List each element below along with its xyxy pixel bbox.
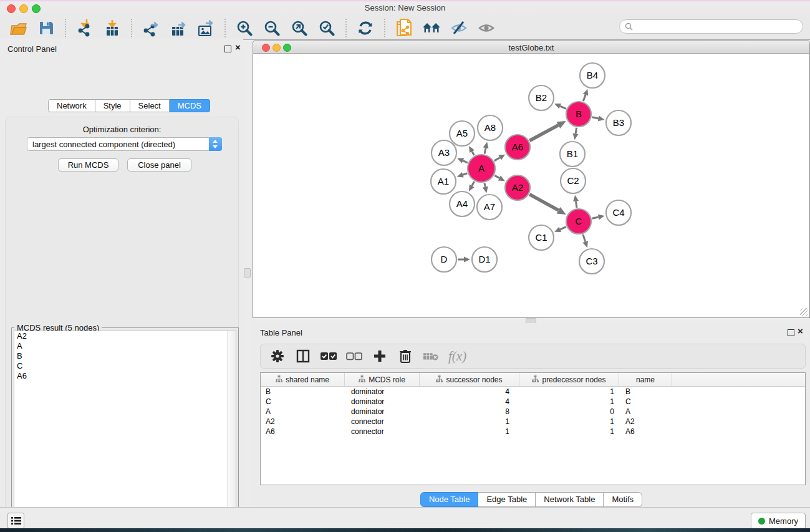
export-table-icon[interactable] — [168, 18, 188, 38]
tab-node-table[interactable]: Node Table — [420, 492, 479, 507]
table-row[interactable]: A2connector11A2 — [261, 417, 805, 427]
cell: 1 — [519, 397, 619, 406]
edge-B-B1[interactable] — [576, 128, 577, 134]
titlebar: Session: New Session — [0, 0, 810, 17]
zoom-fit-icon[interactable] — [289, 18, 309, 38]
column-header-successor-nodes[interactable]: successor nodes — [420, 373, 519, 386]
edge-A-A6[interactable] — [494, 158, 500, 161]
settings-gear-icon[interactable] — [269, 348, 286, 364]
float-table-panel-icon[interactable] — [788, 329, 794, 336]
edge-B-B2[interactable] — [560, 106, 566, 109]
unselect-all-columns-icon[interactable] — [346, 348, 362, 364]
zoom-out-icon[interactable] — [262, 18, 282, 38]
arrowhead-icon — [582, 241, 588, 248]
cell: 1 — [519, 387, 619, 396]
export-network-icon[interactable] — [141, 18, 161, 38]
refresh-layout-icon[interactable] — [355, 18, 375, 38]
tab-style[interactable]: Style — [95, 99, 130, 112]
delete-column-icon[interactable] — [397, 348, 413, 364]
edge-A-A8[interactable] — [485, 148, 486, 153]
edge-C-C3[interactable] — [583, 235, 586, 242]
mcds-result-item[interactable]: B — [14, 351, 236, 361]
node-table[interactable]: shared nameMCDS rolesuccessor nodesprede… — [260, 372, 806, 485]
edge-A2-C[interactable] — [529, 195, 558, 211]
tab-edge-table[interactable]: Edge Table — [478, 492, 536, 507]
column-header-shared-name[interactable]: shared name — [261, 373, 345, 386]
table-row[interactable]: Cdominator41C — [261, 397, 805, 407]
zoom-selected-icon[interactable] — [317, 18, 337, 38]
table-row[interactable]: A6connector11A6 — [261, 427, 805, 437]
mcds-result-item[interactable]: A2 — [14, 331, 236, 341]
mcds-result-list[interactable]: A2ABCA6 — [14, 331, 236, 532]
home-icon[interactable] — [422, 18, 441, 38]
table-row[interactable]: Adominator80A — [261, 407, 805, 417]
desktop-background — [0, 528, 810, 532]
add-column-icon[interactable] — [372, 348, 388, 364]
mcds-result-item[interactable]: A — [14, 341, 236, 351]
run-mcds-button[interactable]: Run MCDS — [58, 158, 118, 172]
tab-select[interactable]: Select — [130, 99, 170, 112]
export-image-icon[interactable] — [196, 18, 216, 38]
import-table-icon[interactable] — [102, 18, 122, 38]
status-bar: Memory — [0, 507, 810, 529]
float-panel-icon[interactable] — [224, 46, 231, 52]
split-view-icon[interactable] — [295, 348, 311, 364]
task-history-button[interactable] — [7, 513, 24, 529]
edge-A-A3[interactable] — [463, 161, 467, 163]
cell: C — [619, 397, 672, 406]
edge-B-B3[interactable] — [592, 117, 598, 118]
close-panel-button[interactable]: Close panel — [127, 158, 191, 172]
node-label-A8: A8 — [485, 122, 496, 133]
hide-details-icon[interactable] — [449, 18, 469, 38]
network-window-titlebar[interactable]: testGlobe.txt — [253, 40, 810, 54]
edge-A-A2[interactable] — [494, 175, 499, 178]
edge-A-A4[interactable] — [472, 181, 475, 186]
mcds-result-item[interactable]: C — [14, 361, 236, 371]
network-canvas[interactable]: B4B2BB3B1A5A8A6A3AA1C2A2A4A7CC4C1C3DD1 — [253, 54, 810, 318]
scrollbar[interactable] — [227, 331, 236, 532]
resize-grip-icon[interactable] — [800, 308, 808, 316]
criterion-dropdown[interactable]: largest connected component (directed) — [27, 137, 222, 151]
edge-A-A1[interactable] — [463, 173, 467, 175]
edge-C-C2[interactable] — [576, 201, 577, 208]
open-file-icon[interactable] — [9, 18, 29, 38]
edge-B-B4[interactable] — [583, 95, 586, 101]
edge-A6-B[interactable] — [529, 125, 558, 141]
vertical-splitter-handle[interactable] — [244, 268, 251, 278]
tree-icon — [436, 375, 443, 384]
node-label-D: D — [441, 254, 448, 264]
mcds-result-item[interactable]: A6 — [14, 371, 236, 381]
import-network-icon[interactable] — [75, 18, 95, 38]
search-input[interactable] — [636, 21, 803, 32]
network-graph[interactable]: B4B2BB3B1A5A8A6A3AA1C2A2A4A7CC4C1C3DD1 — [253, 54, 809, 318]
show-details-icon[interactable] — [476, 18, 496, 38]
close-panel-icon[interactable]: × — [235, 42, 241, 52]
tab-network[interactable]: Network — [48, 99, 95, 112]
column-header-predecessor-nodes[interactable]: predecessor nodes — [519, 373, 619, 386]
node-label-A7: A7 — [484, 201, 495, 212]
node-label-B2: B2 — [536, 92, 547, 103]
edge-A-A5[interactable] — [472, 152, 474, 155]
edge-C-C1[interactable] — [560, 227, 566, 230]
close-table-panel-icon[interactable]: × — [798, 326, 803, 336]
edge-A-A7[interactable] — [485, 183, 485, 186]
tab-motifs[interactable]: Motifs — [604, 492, 642, 507]
tab-mcds[interactable]: MCDS — [170, 99, 210, 112]
memory-button[interactable]: Memory — [751, 513, 806, 530]
network-file-icon[interactable] — [394, 18, 414, 38]
edge-C-C4[interactable] — [592, 217, 598, 218]
select-all-columns-icon[interactable] — [321, 348, 337, 364]
tab-network-table[interactable]: Network Table — [536, 492, 604, 507]
zoom-in-icon[interactable] — [234, 18, 254, 38]
search-field[interactable] — [619, 19, 803, 34]
column-header-MCDS-role[interactable]: MCDS role — [345, 373, 420, 386]
column-header-name[interactable]: name — [619, 373, 672, 386]
table-row[interactable]: Bdominator41B — [261, 387, 805, 397]
mcds-panel: Optimization criterion: largest connecte… — [5, 117, 239, 532]
delete-table-icon — [423, 348, 439, 364]
cell: A — [261, 407, 345, 416]
memory-label: Memory — [769, 516, 798, 526]
save-session-icon[interactable] — [36, 18, 56, 38]
table-toolbar: f(x) — [260, 344, 806, 369]
cell: A — [619, 407, 672, 416]
